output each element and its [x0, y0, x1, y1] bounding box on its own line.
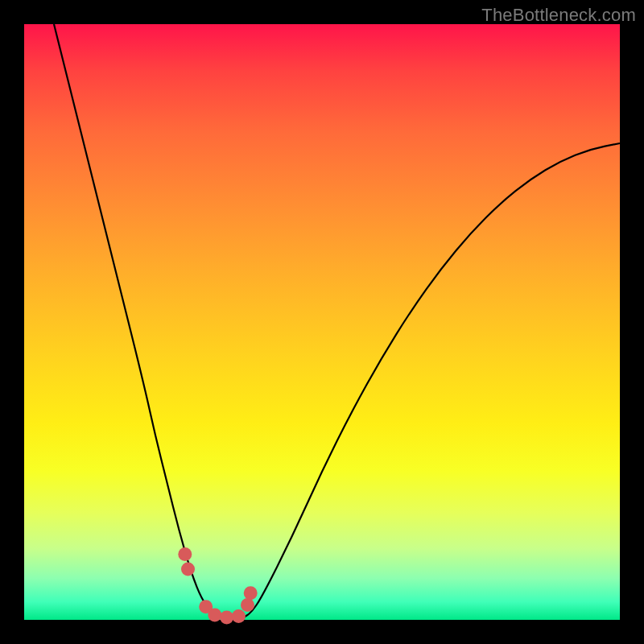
data-marker: [208, 609, 221, 622]
plot-area: [24, 24, 620, 620]
chart-container: TheBottleneck.com: [0, 0, 644, 644]
data-marker: [220, 611, 233, 625]
watermark-text: TheBottleneck.com: [481, 5, 636, 26]
curve-svg: [24, 24, 620, 620]
data-marker: [178, 547, 192, 561]
marker-group: [178, 547, 257, 624]
data-marker: [181, 563, 195, 576]
data-marker: [244, 586, 258, 600]
bottleneck-curve: [54, 24, 620, 620]
data-marker: [232, 609, 246, 623]
data-marker: [241, 598, 254, 612]
